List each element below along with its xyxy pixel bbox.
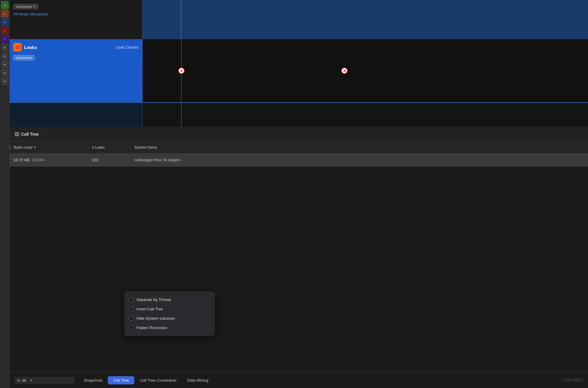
sidebar: ● ● ● ● ● ● ● ● ● ● bbox=[0, 0, 10, 388]
separate-by-thread-label: Separate by Thread bbox=[136, 297, 171, 302]
hide-system-libs-label: Hide System Libraries bbox=[136, 316, 175, 321]
leaks-icon-symbol: 🔴 bbox=[15, 45, 20, 50]
leak-marker-1[interactable]: ✕ bbox=[178, 67, 185, 74]
leaks-icon: 🔴 bbox=[13, 43, 22, 51]
leak-checks-label: Leak Checks bbox=[40, 45, 139, 50]
invert-call-tree-checkbox[interactable] bbox=[129, 307, 133, 311]
table-body: 18.72 KB 100.0% 222 <Allocated Prior To … bbox=[10, 154, 588, 372]
leaks-label-area: 🔴 Leaks Leak Checks Instrument bbox=[10, 39, 142, 102]
leaks-header: 🔴 Leaks Leak Checks bbox=[13, 43, 139, 51]
leaks-timeline[interactable]: ✕ ✕ bbox=[142, 39, 588, 102]
allocations-label-area: Instrument ▼ All Heap Allocations bbox=[10, 0, 142, 39]
flatten-recursion-checkbox[interactable] bbox=[129, 326, 133, 330]
separate-by-thread-item[interactable]: Separate by Thread bbox=[124, 295, 215, 304]
allocations-timeline[interactable] bbox=[142, 0, 588, 39]
sidebar-icon-2[interactable]: ● bbox=[1, 10, 9, 18]
col-bytes-header[interactable]: Bytes Used ▼ bbox=[10, 145, 88, 150]
tab-call-tree[interactable]: Call Tree bbox=[108, 376, 134, 384]
call-tree-header: Call Tree ⌃ bbox=[10, 127, 588, 141]
sidebar-icon-7[interactable]: ● bbox=[1, 52, 9, 60]
leaks-instrument-tag[interactable]: Instrument bbox=[13, 55, 34, 60]
sidebar-icon-1[interactable]: ● bbox=[1, 1, 9, 9]
sidebar-icon-3[interactable]: ● bbox=[1, 18, 9, 26]
sort-arrow-icon: ▼ bbox=[34, 146, 37, 149]
allocations-row: Instrument ▼ All Heap Allocations bbox=[10, 0, 588, 39]
bytes-percent: 100.0% bbox=[32, 158, 44, 162]
leaks-title: Leaks bbox=[24, 45, 37, 50]
instruments-panel: Instrument ▼ All Heap Allocations 🔴 Leak… bbox=[10, 0, 588, 127]
leaks-sub-label bbox=[10, 103, 142, 127]
watermark: CSDN @源元 bbox=[561, 378, 583, 383]
chevron-icon[interactable]: ⌃ bbox=[41, 132, 44, 136]
hide-system-libs-checkbox[interactable] bbox=[129, 316, 133, 321]
main-content: Instrument ▼ All Heap Allocations 🔴 Leak… bbox=[10, 0, 588, 388]
leaks-row-container: 🔴 Leaks Leak Checks Instrument bbox=[10, 39, 588, 127]
sidebar-icon-10[interactable]: ● bbox=[1, 77, 9, 85]
leaks-sub-timeline bbox=[142, 103, 588, 127]
search-area: ⊟ ek ✕ bbox=[14, 377, 75, 384]
col-leaks-header[interactable]: # Leaks bbox=[88, 145, 130, 150]
bytes-value: 18.72 KB bbox=[13, 158, 30, 162]
sidebar-icon-4[interactable]: ● bbox=[1, 27, 9, 34]
leak-marker-2[interactable]: ✕ bbox=[341, 67, 348, 74]
tab-snapshots[interactable]: Snapshots bbox=[78, 376, 108, 384]
leaks-sub-row bbox=[10, 103, 588, 127]
search-clear-button[interactable]: ✕ bbox=[29, 378, 33, 383]
table-header: Bytes Used ▼ # Leaks Symbol Name bbox=[10, 141, 588, 154]
allocations-instrument-tag[interactable]: Instrument ▼ bbox=[13, 4, 38, 9]
sidebar-icon-6[interactable]: ● bbox=[1, 44, 9, 51]
row-bytes: 18.72 KB 100.0% bbox=[10, 158, 88, 162]
filter-icon: ⊟ bbox=[17, 378, 20, 383]
table-row[interactable]: 18.72 KB 100.0% 222 <Allocated Prior To … bbox=[10, 154, 588, 167]
hamburger-icon[interactable] bbox=[14, 132, 19, 136]
invert-call-tree-label: Invert Call Tree bbox=[136, 307, 163, 311]
bytes-used-label: Bytes Used bbox=[14, 145, 32, 150]
symbol-name-label: Symbol Name bbox=[134, 145, 157, 150]
row-leaks: 222 bbox=[88, 158, 130, 162]
leaks-row: 🔴 Leaks Leak Checks Instrument bbox=[10, 39, 588, 103]
chevron-down-icon: ▼ bbox=[33, 5, 36, 8]
allocations-name: All Heap Allocations bbox=[13, 12, 139, 16]
invert-call-tree-item[interactable]: Invert Call Tree bbox=[124, 304, 215, 314]
leak-marker-icon-2: ✕ bbox=[341, 67, 348, 74]
leak-marker-icon-1: ✕ bbox=[178, 67, 185, 74]
options-popover: Separate by Thread Invert Call Tree Hide… bbox=[124, 291, 215, 336]
row-symbol: <Allocated Prior To Attach> bbox=[130, 158, 588, 162]
hide-system-libs-item[interactable]: Hide System Libraries bbox=[124, 314, 215, 323]
flatten-recursion-item[interactable]: Flatten Recursion bbox=[124, 323, 215, 332]
num-leaks-label: # Leaks bbox=[92, 145, 105, 150]
search-filter-button[interactable]: ⊟ bbox=[17, 378, 20, 383]
call-tree-panel: Call Tree ⌃ Bytes Used ▼ # Leaks Symbol … bbox=[10, 127, 588, 372]
col-symbol-header: Symbol Name bbox=[130, 145, 588, 150]
leaks-sub-cursor bbox=[181, 103, 181, 127]
tab-call-tree-constraints[interactable]: Call Tree Constraints bbox=[134, 376, 182, 384]
leaks-instrument-tag-wrap: Instrument bbox=[13, 53, 139, 60]
search-input-text[interactable]: ek bbox=[22, 378, 26, 383]
bottom-bar: ⊟ ek ✕ Snapshots Call Tree Call Tree Con… bbox=[10, 372, 588, 388]
sidebar-icon-8[interactable]: ● bbox=[1, 60, 9, 68]
separate-by-thread-checkbox[interactable] bbox=[129, 298, 133, 302]
flatten-recursion-label: Flatten Recursion bbox=[136, 325, 167, 330]
sidebar-icon-9[interactable]: ● bbox=[1, 69, 9, 77]
tab-data-mining[interactable]: Data Mining bbox=[182, 376, 214, 384]
sidebar-icon-5[interactable]: ● bbox=[1, 35, 9, 43]
timeline-cursor bbox=[181, 0, 181, 39]
call-tree-title: Call Tree bbox=[21, 132, 39, 137]
